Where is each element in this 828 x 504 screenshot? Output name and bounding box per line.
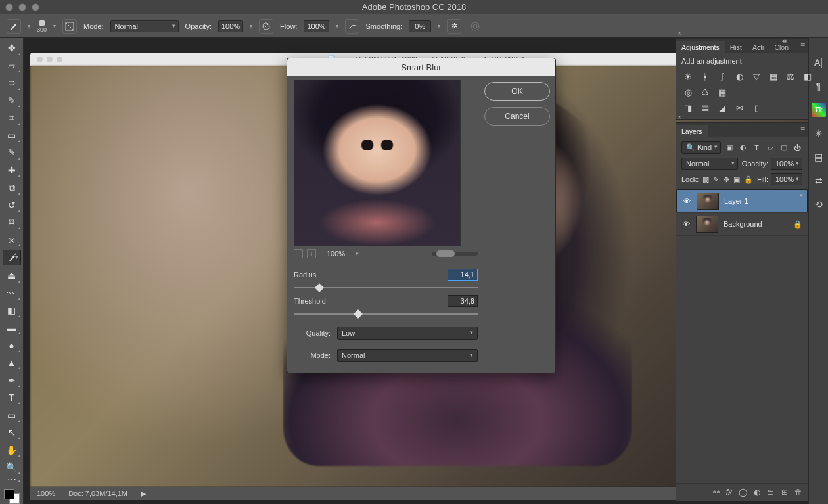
history-panel-icon[interactable]: ⟲ xyxy=(812,197,826,212)
dialog-mode-select[interactable]: Normal xyxy=(337,349,478,362)
collapse-panels-icon[interactable]: ◂◂ xyxy=(781,37,785,44)
clone-tool[interactable]: ⧉ xyxy=(3,180,21,195)
hue-icon[interactable]: ▦ xyxy=(767,70,780,82)
layer-filter-kind[interactable]: 🔍 Kind xyxy=(681,141,721,154)
brightness-icon[interactable]: ☀ xyxy=(681,70,695,82)
foreground-color[interactable] xyxy=(4,489,14,499)
color-lookup-icon[interactable]: ▦ xyxy=(716,86,729,98)
filter-adjust-icon[interactable]: ◐ xyxy=(738,143,748,153)
type-tool[interactable]: T xyxy=(3,390,21,405)
levels-icon[interactable]: ⍿ xyxy=(699,70,712,82)
minimize-window-icon[interactable] xyxy=(18,3,26,11)
layer-row[interactable]: 👁Background🔒 xyxy=(676,213,808,236)
lock-position-icon[interactable]: ✥ xyxy=(724,174,729,185)
lock-pixels-icon[interactable]: ✎ xyxy=(713,174,719,185)
filter-type-icon[interactable]: T xyxy=(752,143,762,153)
doc-close-icon[interactable] xyxy=(37,57,43,62)
dodge-tool[interactable]: ● xyxy=(3,338,21,353)
layer-fx-icon[interactable]: fx xyxy=(726,488,732,497)
smoothing-input[interactable]: 0% xyxy=(409,20,431,32)
chevron-down-icon[interactable]: ▾ xyxy=(250,23,252,29)
art-brush-tool[interactable]: 〰 xyxy=(3,286,21,301)
doc-max-icon[interactable] xyxy=(57,57,62,62)
bw-icon[interactable]: ◧ xyxy=(801,70,814,82)
zoom-window-icon[interactable] xyxy=(32,3,39,11)
actions-panel-icon[interactable]: ⇄ xyxy=(812,173,826,188)
layer-thumbnail[interactable] xyxy=(697,193,719,210)
tab-adjustments[interactable]: Adjustments xyxy=(676,41,725,53)
status-doc-info[interactable]: Doc: 7,03M/14,1M xyxy=(68,490,127,497)
opacity-input[interactable]: 100% xyxy=(218,20,243,32)
filter-preview[interactable] xyxy=(294,80,461,246)
zoom-in-button[interactable]: + xyxy=(307,249,316,258)
layer-mask-icon[interactable]: ◯ xyxy=(739,488,747,497)
new-group-icon[interactable]: 🗀 xyxy=(767,488,775,497)
radius-input[interactable] xyxy=(448,269,478,281)
chevron-down-icon[interactable]: ▾ xyxy=(438,23,440,29)
status-arrow-icon[interactable]: ▶ xyxy=(141,490,146,498)
chevron-down-icon[interactable]: ▾ xyxy=(356,250,359,257)
selective-color-icon[interactable]: ✉ xyxy=(733,102,746,114)
crop-tool[interactable]: ⌗ xyxy=(3,110,21,126)
properties-panel-icon[interactable]: ▤ xyxy=(812,150,826,164)
layer-thumbnail[interactable] xyxy=(696,216,718,233)
layer-name[interactable]: Background xyxy=(724,220,762,228)
chevron-down-icon[interactable]: ▾ xyxy=(53,23,56,29)
layer-name[interactable]: Layer 1 xyxy=(724,197,748,205)
delete-layer-icon[interactable]: 🗑 xyxy=(794,488,802,497)
layer-blend-mode[interactable]: Normal xyxy=(681,158,738,170)
color-swatches[interactable] xyxy=(4,489,20,504)
marquee-tool[interactable]: ▱ xyxy=(3,58,21,74)
healing-tool[interactable]: ✚ xyxy=(3,163,21,178)
history-brush-tool[interactable]: ↺ xyxy=(3,198,21,213)
chevron-down-icon[interactable]: ▾ xyxy=(28,23,30,29)
hand-tool[interactable]: ✋ xyxy=(3,442,21,457)
visibility-icon[interactable]: 👁 xyxy=(682,197,691,205)
fill-input[interactable]: 100% xyxy=(771,173,802,185)
tool-preset-picker[interactable] xyxy=(7,19,21,34)
new-adjustment-icon[interactable]: ◐ xyxy=(754,488,760,497)
link-layers-icon[interactable]: ⚯ xyxy=(713,488,720,497)
new-layer-icon[interactable]: ⊞ xyxy=(781,488,788,497)
lock-transparency-icon[interactable]: ▩ xyxy=(702,174,709,185)
eraser-tool[interactable]: ◧ xyxy=(3,303,21,318)
threshold-slider[interactable] xyxy=(294,311,478,317)
vibrance-icon[interactable]: ▽ xyxy=(750,70,763,82)
doc-min-icon[interactable] xyxy=(47,57,53,62)
blur-tool[interactable]: ⨯ xyxy=(3,233,21,248)
lock-artboard-icon[interactable]: ▣ xyxy=(733,174,740,185)
shape-tool[interactable]: ▭ xyxy=(3,407,21,423)
filter-pixel-icon[interactable]: ▣ xyxy=(725,143,735,153)
airbrush-toggle[interactable] xyxy=(345,19,359,34)
lock-all-icon[interactable]: 🔒 xyxy=(744,174,753,185)
tk-panel-icon[interactable]: Tk xyxy=(812,103,826,117)
color-balance-icon[interactable]: ⚖ xyxy=(784,70,797,82)
navigator-panel-icon[interactable]: ✳ xyxy=(812,126,826,141)
curves-icon[interactable]: ∫ xyxy=(716,70,729,82)
move-tool[interactable]: ✥ xyxy=(3,41,21,56)
quick-select-tool[interactable]: ✎ xyxy=(3,93,21,108)
quality-select[interactable]: Low xyxy=(337,327,478,340)
status-zoom[interactable]: 100% xyxy=(37,490,55,497)
pen-tool[interactable]: ✒ xyxy=(3,373,21,388)
stamp-tool[interactable]: ⏏ xyxy=(3,268,21,283)
brush-preset-picker[interactable]: 300 xyxy=(37,20,47,33)
preview-scrollbar[interactable] xyxy=(432,252,478,256)
exposure-icon[interactable]: ◐ xyxy=(733,70,746,82)
blend-mode-select[interactable]: Normal xyxy=(110,20,179,32)
preview-zoom[interactable]: 100% xyxy=(320,250,352,258)
filter-smart-icon[interactable]: ▢ xyxy=(779,143,789,153)
panel-menu-icon[interactable]: ≡ xyxy=(800,41,805,50)
brush-panel-toggle[interactable] xyxy=(62,19,77,34)
eyedropper-tool[interactable]: ✎ xyxy=(3,145,21,160)
visibility-icon[interactable]: 👁 xyxy=(681,220,691,228)
tab-actions[interactable]: Acti xyxy=(747,41,770,53)
invert-icon[interactable]: ◨ xyxy=(681,102,695,114)
chevron-down-icon[interactable]: ▾ xyxy=(336,23,338,29)
path-select-tool[interactable]: ↖ xyxy=(3,425,21,440)
frame-tool[interactable]: ▭ xyxy=(3,128,21,143)
zoom-out-button[interactable]: − xyxy=(294,249,303,258)
zoom-tool[interactable]: 🔍 xyxy=(3,460,21,475)
panel-close-icon[interactable]: × xyxy=(678,114,681,121)
flow-input[interactable]: 100% xyxy=(304,20,329,32)
